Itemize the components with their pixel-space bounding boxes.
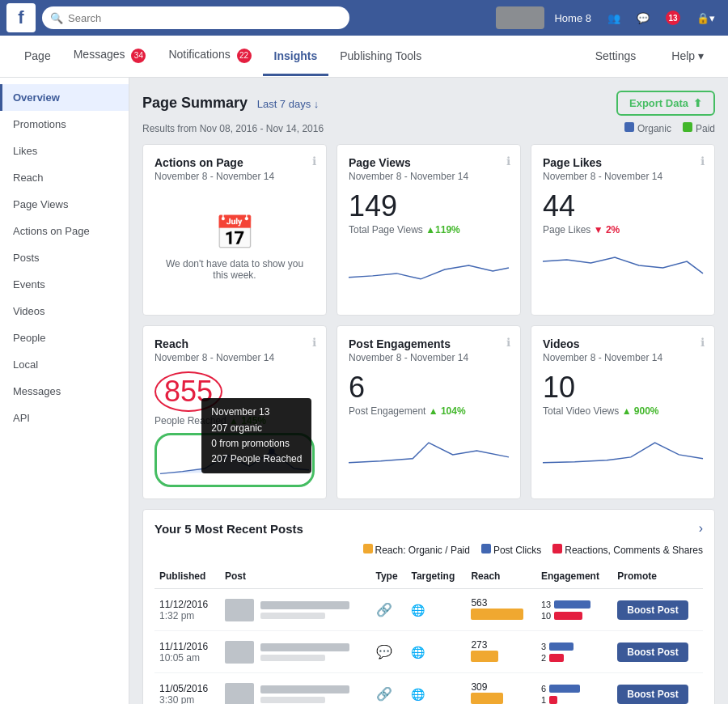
cell-post <box>220 673 371 705</box>
sidebar-item-page-views[interactable]: Page Views <box>0 191 129 218</box>
no-data-display: 📅 We don't have data to show youthis wee… <box>154 190 315 303</box>
card-info-icon-eng[interactable]: ℹ <box>506 336 510 349</box>
messenger-btn[interactable]: 💬 <box>630 9 656 28</box>
boost-post-button[interactable]: Boost Post <box>617 600 688 620</box>
home-btn[interactable]: Home 8 <box>548 9 598 28</box>
notifications-btn[interactable]: 13 <box>659 7 687 28</box>
top-bar: f 🔍 Home 8 👥 💬 13 🔒▾ <box>0 0 728 36</box>
friends-btn[interactable]: 👥 <box>601 9 627 28</box>
cell-targeting: 🌐 <box>406 673 466 705</box>
notifications-count: 13 <box>666 11 680 25</box>
eng-bar-reactions <box>549 654 564 662</box>
card-title-eng: Post Engagements <box>349 337 509 350</box>
sidebar-item-messages[interactable]: Messages <box>0 378 129 405</box>
results-bar: Results from Nov 08, 2016 - Nov 14, 2016… <box>142 122 715 134</box>
page-nav-right: Settings Help ▾ <box>584 38 715 75</box>
sidebar-item-events[interactable]: Events <box>0 271 129 298</box>
card-title-reach: Reach <box>154 337 315 350</box>
search-input[interactable] <box>68 12 341 24</box>
cell-engagement: 6 1 <box>536 673 612 705</box>
card-info-icon-videos[interactable]: ℹ <box>700 336 705 349</box>
col-promote: Promote <box>612 564 703 589</box>
card-value-videos: 10 <box>543 371 703 404</box>
card-page-views: ℹ Page Views November 8 - November 14 14… <box>336 144 521 316</box>
sidebar-item-likes[interactable]: Likes <box>0 138 129 164</box>
top-nav-right: Home 8 👥 💬 13 🔒▾ <box>496 6 722 29</box>
cell-promote: Boost Post <box>612 673 703 705</box>
export-data-button[interactable]: Export Data ⬆ <box>616 91 715 116</box>
card-info-icon-reach[interactable]: ℹ <box>312 336 316 349</box>
sidebar-item-api[interactable]: API <box>0 405 129 431</box>
posts-legend: Reach: Organic / Paid Post Clicks Reacti… <box>154 544 703 556</box>
card-info-icon-views[interactable]: ℹ <box>506 155 510 168</box>
eng-bar-reactions <box>549 696 557 704</box>
sidebar-item-posts[interactable]: Posts <box>0 244 129 271</box>
card-date-reach: November 8 - November 14 <box>154 352 315 363</box>
nav-notifications[interactable]: Notifications 22 <box>157 36 262 77</box>
sidebar-item-videos[interactable]: Videos <box>0 298 129 324</box>
card-title-videos: Videos <box>543 337 703 350</box>
posts-chevron-icon[interactable]: › <box>699 521 703 536</box>
reach-tooltip: November 13 207 organic 0 from promotion… <box>201 398 311 473</box>
card-videos: ℹ Videos November 8 - November 14 10 Tot… <box>531 325 715 499</box>
summary-period[interactable]: Last 7 days ↓ <box>257 98 320 110</box>
post-text-bar2 <box>260 613 325 619</box>
col-post: Post <box>220 564 371 589</box>
nav-help[interactable]: Help ▾ <box>660 38 715 76</box>
tooltip-promotions: 0 from promotions <box>211 436 302 452</box>
privacy-btn[interactable]: 🔒▾ <box>690 9 722 28</box>
page-selector[interactable] <box>496 6 544 29</box>
cell-targeting: 🌐 <box>406 631 466 673</box>
post-text-bar <box>260 643 349 651</box>
boost-post-button[interactable]: Boost Post <box>617 685 688 704</box>
nav-page[interactable]: Page <box>13 38 62 76</box>
sidebar-item-reach[interactable]: Reach <box>0 164 129 191</box>
sidebar-item-overview[interactable]: Overview <box>0 84 129 111</box>
cell-post <box>220 589 371 631</box>
sidebar-item-people[interactable]: People <box>0 324 129 351</box>
card-date-videos: November 8 - November 14 <box>543 352 703 363</box>
nav-settings[interactable]: Settings <box>584 38 648 76</box>
cell-type: 🔗 <box>371 673 407 705</box>
card-info-icon-likes[interactable]: ℹ <box>700 155 705 168</box>
cards-row-1: ℹ Actions on Page November 8 - November … <box>142 144 715 316</box>
sidebar-item-actions-on-page[interactable]: Actions on Page <box>0 218 129 244</box>
card-date-eng: November 8 - November 14 <box>349 352 509 363</box>
card-actions-on-page: ℹ Actions on Page November 8 - November … <box>142 144 327 316</box>
summary-title: Page Summary <box>142 95 248 111</box>
sparkline-views <box>349 245 509 288</box>
sidebar-item-promotions[interactable]: Promotions <box>0 111 129 138</box>
post-thumbnail <box>225 599 254 621</box>
card-reach: ℹ Reach November 8 - November 14 855 Peo… <box>142 325 327 499</box>
no-data-text: We don't have data to show youthis week. <box>166 258 303 281</box>
card-sub-views: Total Page Views ▲119% <box>349 224 509 235</box>
card-sub-eng: Post Engagement ▲ 104% <box>349 405 509 417</box>
sidebar: Overview Promotions Likes Reach Page Vie… <box>0 78 129 704</box>
col-published: Published <box>154 564 220 589</box>
cell-promote: Boost Post <box>612 631 703 673</box>
post-text-bar <box>260 601 349 609</box>
type-link-icon: 🔗 <box>376 603 392 617</box>
content-area: Page Summary Last 7 days ↓ Export Data ⬆… <box>129 78 728 704</box>
cell-post <box>220 631 371 673</box>
sparkline-eng-svg <box>349 426 509 467</box>
cell-reach: 563 <box>466 589 536 631</box>
boost-post-button[interactable]: Boost Post <box>617 643 688 662</box>
card-post-engagements: ℹ Post Engagements November 8 - November… <box>336 325 521 499</box>
eng-bar-clicks <box>549 685 580 693</box>
post-thumbnail <box>225 641 254 664</box>
nav-messages[interactable]: Messages 34 <box>62 36 158 77</box>
table-row: 11/12/20161:32 pm 🔗 🌐 563 <box>154 589 703 631</box>
organic-legend: Organic <box>624 122 671 134</box>
card-info-icon-actions[interactable]: ℹ <box>312 155 316 168</box>
card-value-views: 149 <box>349 190 509 223</box>
globe-icon: 🌐 <box>411 646 425 659</box>
main-layout: Overview Promotions Likes Reach Page Vie… <box>0 78 728 704</box>
sparkline-videos-svg <box>543 426 703 467</box>
sidebar-item-local[interactable]: Local <box>0 351 129 378</box>
post-thumbnail <box>225 683 254 705</box>
search-bar[interactable]: 🔍 <box>42 6 349 29</box>
nav-publishing-tools[interactable]: Publishing Tools <box>328 38 433 76</box>
post-text-bar2 <box>260 697 325 703</box>
nav-insights[interactable]: Insights <box>263 38 329 76</box>
